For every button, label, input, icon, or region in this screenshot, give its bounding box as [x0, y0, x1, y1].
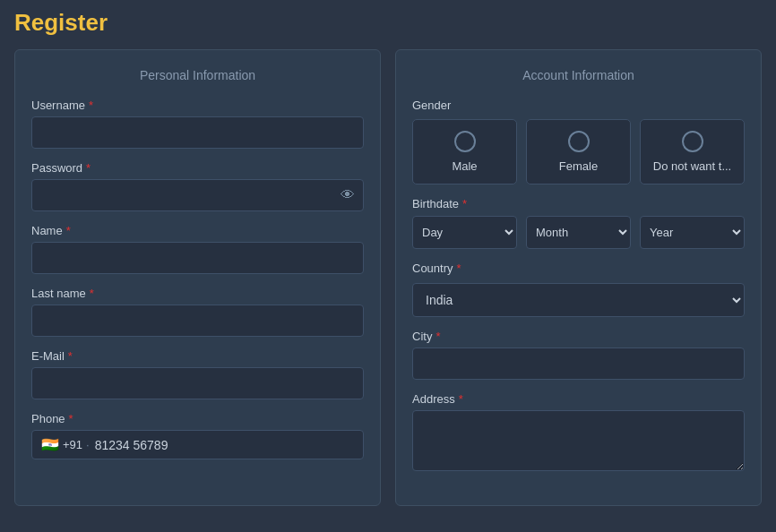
gender-options: Male Female Do not want t...	[412, 119, 745, 184]
birthdate-group: Birthdate * Day Month Year	[412, 197, 745, 249]
gender-other-radio	[682, 131, 703, 152]
birthdate-selects: Day Month Year	[412, 216, 745, 249]
gender-other[interactable]: Do not want t...	[640, 119, 745, 184]
page-title: Register	[14, 9, 762, 37]
username-input[interactable]	[31, 116, 364, 149]
form-wrapper: Personal Information Username * Password…	[14, 49, 762, 506]
city-required: *	[435, 330, 440, 343]
personal-info-panel: Personal Information Username * Password…	[14, 49, 381, 506]
phone-code: +91	[63, 438, 82, 451]
gender-male-label: Male	[452, 159, 477, 173]
name-input[interactable]	[31, 242, 364, 274]
gender-female-label: Female	[559, 159, 598, 173]
lastname-label: Last name *	[31, 287, 364, 300]
country-required: *	[457, 262, 461, 275]
phone-separator: ·	[86, 438, 90, 451]
gender-group: Gender Male Female Do not want t...	[412, 99, 745, 184]
username-required: *	[89, 99, 93, 112]
birthdate-label: Birthdate *	[412, 197, 745, 210]
country-select[interactable]: India	[412, 283, 745, 317]
phone-label: Phone *	[31, 412, 364, 425]
gender-male-radio	[454, 131, 476, 152]
birthdate-required: *	[462, 197, 467, 210]
name-label: Name *	[31, 224, 364, 237]
phone-flag: 🇮🇳	[41, 436, 59, 453]
phone-group: Phone * 🇮🇳 +91 ·	[31, 412, 364, 459]
lastname-group: Last name *	[31, 287, 364, 337]
address-label: Address *	[412, 392, 745, 406]
country-group: Country * India	[412, 262, 745, 317]
gender-female-radio	[568, 131, 590, 152]
email-label: E-Mail *	[31, 349, 364, 363]
email-group: E-Mail *	[31, 349, 364, 399]
city-label: City *	[412, 330, 745, 343]
country-label: Country *	[412, 262, 745, 275]
password-wrapper: 👁	[31, 179, 364, 211]
address-textarea[interactable]	[412, 410, 745, 471]
password-required: *	[86, 161, 91, 175]
birthdate-month-select[interactable]: Month	[526, 216, 631, 249]
city-group: City *	[412, 330, 745, 380]
phone-required: *	[69, 412, 73, 425]
email-required: *	[68, 349, 73, 363]
account-info-title: Account Information	[412, 68, 745, 82]
username-group: Username *	[31, 99, 364, 149]
name-group: Name *	[31, 224, 364, 274]
username-label: Username *	[31, 99, 364, 112]
gender-female[interactable]: Female	[526, 119, 631, 184]
gender-other-label: Do not want t...	[653, 159, 731, 173]
email-input[interactable]	[31, 367, 364, 399]
eye-icon[interactable]: 👁	[341, 187, 355, 203]
name-required: *	[66, 224, 71, 237]
password-input[interactable]	[31, 179, 364, 211]
phone-input-wrapper: 🇮🇳 +91 ·	[31, 430, 364, 459]
personal-info-title: Personal Information	[31, 68, 364, 82]
account-info-panel: Account Information Gender Male Female D…	[395, 49, 762, 506]
city-input[interactable]	[412, 348, 745, 380]
birthdate-day-select[interactable]: Day	[412, 216, 517, 249]
birthdate-year-select[interactable]: Year	[640, 216, 745, 249]
lastname-input[interactable]	[31, 305, 364, 337]
phone-number-input[interactable]	[95, 438, 354, 452]
lastname-required: *	[90, 287, 94, 300]
address-group: Address *	[412, 392, 745, 475]
gender-male[interactable]: Male	[412, 119, 517, 184]
password-group: Password * 👁	[31, 161, 364, 211]
gender-label: Gender	[412, 99, 745, 112]
password-label: Password *	[31, 161, 364, 175]
address-required: *	[459, 392, 463, 406]
